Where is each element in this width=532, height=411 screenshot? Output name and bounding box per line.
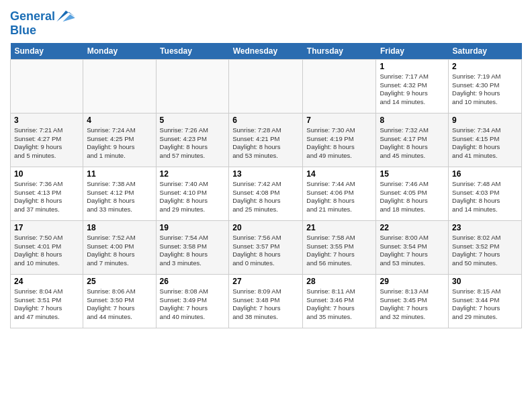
day-cell <box>11 59 83 113</box>
day-cell: 26Sunrise: 8:08 AM Sunset: 3:49 PM Dayli… <box>156 274 229 328</box>
day-number: 6 <box>232 116 299 125</box>
day-info: Sunrise: 7:26 AM Sunset: 4:23 PM Dayligh… <box>160 126 226 161</box>
header-cell-monday: Monday <box>83 43 156 60</box>
day-cell: 22Sunrise: 8:00 AM Sunset: 3:54 PM Dayli… <box>376 220 449 274</box>
day-cell: 7Sunrise: 7:30 AM Sunset: 4:19 PM Daylig… <box>303 113 376 167</box>
day-cell: 5Sunrise: 7:26 AM Sunset: 4:23 PM Daylig… <box>156 113 229 167</box>
day-cell: 12Sunrise: 7:40 AM Sunset: 4:10 PM Dayli… <box>156 167 229 220</box>
day-info: Sunrise: 8:00 AM Sunset: 3:54 PM Dayligh… <box>380 234 445 268</box>
week-row-1: 1Sunrise: 7:17 AM Sunset: 4:32 PM Daylig… <box>11 59 522 113</box>
week-row-5: 24Sunrise: 8:04 AM Sunset: 3:51 PM Dayli… <box>11 274 522 328</box>
day-info: Sunrise: 7:28 AM Sunset: 4:21 PM Dayligh… <box>232 126 299 161</box>
day-cell: 23Sunrise: 8:02 AM Sunset: 3:52 PM Dayli… <box>449 220 522 274</box>
day-number: 20 <box>232 223 299 232</box>
day-info: Sunrise: 7:52 AM Sunset: 4:00 PM Dayligh… <box>87 234 152 268</box>
day-info: Sunrise: 7:44 AM Sunset: 4:06 PM Dayligh… <box>306 180 372 214</box>
day-info: Sunrise: 7:50 AM Sunset: 4:01 PM Dayligh… <box>14 234 79 268</box>
header-cell-thursday: Thursday <box>303 43 376 60</box>
day-info: Sunrise: 8:06 AM Sunset: 3:50 PM Dayligh… <box>87 287 152 322</box>
calendar-table: SundayMondayTuesdayWednesdayThursdayFrid… <box>10 43 522 328</box>
day-cell: 13Sunrise: 7:42 AM Sunset: 4:08 PM Dayli… <box>229 167 303 220</box>
day-info: Sunrise: 7:24 AM Sunset: 4:25 PM Dayligh… <box>87 126 152 161</box>
day-number: 11 <box>87 169 152 179</box>
day-cell: 27Sunrise: 8:09 AM Sunset: 3:48 PM Dayli… <box>229 274 303 328</box>
day-number: 23 <box>452 223 518 232</box>
day-cell: 29Sunrise: 8:13 AM Sunset: 3:45 PM Dayli… <box>376 274 449 328</box>
day-cell: 30Sunrise: 8:15 AM Sunset: 3:44 PM Dayli… <box>449 274 522 328</box>
day-info: Sunrise: 7:32 AM Sunset: 4:17 PM Dayligh… <box>380 126 445 161</box>
day-number: 27 <box>232 277 299 286</box>
day-cell <box>303 59 376 113</box>
day-number: 28 <box>306 277 372 286</box>
day-number: 1 <box>380 62 445 71</box>
day-cell: 2Sunrise: 7:19 AM Sunset: 4:30 PM Daylig… <box>449 59 522 113</box>
day-info: Sunrise: 8:13 AM Sunset: 3:45 PM Dayligh… <box>380 287 445 322</box>
day-number: 30 <box>452 277 518 286</box>
day-number: 17 <box>14 223 79 232</box>
day-cell: 15Sunrise: 7:46 AM Sunset: 4:05 PM Dayli… <box>376 167 449 220</box>
day-number: 13 <box>232 169 299 179</box>
day-number: 24 <box>14 277 79 286</box>
day-cell: 28Sunrise: 8:11 AM Sunset: 3:46 PM Dayli… <box>303 274 376 328</box>
day-cell: 19Sunrise: 7:54 AM Sunset: 3:58 PM Dayli… <box>156 220 229 274</box>
day-number: 21 <box>306 223 372 232</box>
day-info: Sunrise: 7:36 AM Sunset: 4:13 PM Dayligh… <box>14 180 79 214</box>
day-number: 8 <box>380 116 445 125</box>
day-number: 12 <box>160 169 226 179</box>
header-row: SundayMondayTuesdayWednesdayThursdayFrid… <box>11 43 522 60</box>
header-cell-friday: Friday <box>376 43 449 60</box>
logo: General Blue <box>10 9 75 38</box>
day-info: Sunrise: 7:34 AM Sunset: 4:15 PM Dayligh… <box>452 126 518 161</box>
day-info: Sunrise: 8:08 AM Sunset: 3:49 PM Dayligh… <box>160 287 226 322</box>
day-cell: 8Sunrise: 7:32 AM Sunset: 4:17 PM Daylig… <box>376 113 449 167</box>
day-cell: 16Sunrise: 7:48 AM Sunset: 4:03 PM Dayli… <box>449 167 522 220</box>
day-info: Sunrise: 8:11 AM Sunset: 3:46 PM Dayligh… <box>306 287 372 322</box>
day-cell: 4Sunrise: 7:24 AM Sunset: 4:25 PM Daylig… <box>83 113 156 167</box>
week-row-3: 10Sunrise: 7:36 AM Sunset: 4:13 PM Dayli… <box>11 167 522 220</box>
day-info: Sunrise: 7:17 AM Sunset: 4:32 PM Dayligh… <box>380 73 445 107</box>
logo-icon <box>56 9 75 24</box>
day-number: 3 <box>14 116 79 125</box>
day-number: 9 <box>452 116 518 125</box>
day-info: Sunrise: 7:19 AM Sunset: 4:30 PM Dayligh… <box>452 73 518 107</box>
day-cell: 24Sunrise: 8:04 AM Sunset: 3:51 PM Dayli… <box>11 274 83 328</box>
day-info: Sunrise: 7:42 AM Sunset: 4:08 PM Dayligh… <box>232 180 299 214</box>
day-info: Sunrise: 7:40 AM Sunset: 4:10 PM Dayligh… <box>160 180 226 214</box>
day-number: 7 <box>306 116 372 125</box>
day-cell: 9Sunrise: 7:34 AM Sunset: 4:15 PM Daylig… <box>449 113 522 167</box>
day-number: 15 <box>380 169 445 179</box>
day-cell: 18Sunrise: 7:52 AM Sunset: 4:00 PM Dayli… <box>83 220 156 274</box>
day-cell: 3Sunrise: 7:21 AM Sunset: 4:27 PM Daylig… <box>11 113 83 167</box>
day-number: 14 <box>306 169 372 179</box>
logo-text: General <box>10 10 55 24</box>
day-info: Sunrise: 7:30 AM Sunset: 4:19 PM Dayligh… <box>306 126 372 161</box>
day-number: 4 <box>87 116 152 125</box>
day-cell: 11Sunrise: 7:38 AM Sunset: 4:12 PM Dayli… <box>83 167 156 220</box>
header: General Blue <box>10 7 522 38</box>
day-info: Sunrise: 8:09 AM Sunset: 3:48 PM Dayligh… <box>232 287 299 322</box>
day-cell: 21Sunrise: 7:58 AM Sunset: 3:55 PM Dayli… <box>303 220 376 274</box>
day-info: Sunrise: 8:15 AM Sunset: 3:44 PM Dayligh… <box>452 287 518 322</box>
day-info: Sunrise: 7:46 AM Sunset: 4:05 PM Dayligh… <box>380 180 445 214</box>
day-cell: 1Sunrise: 7:17 AM Sunset: 4:32 PM Daylig… <box>376 59 449 113</box>
day-number: 19 <box>160 223 226 232</box>
day-cell: 20Sunrise: 7:56 AM Sunset: 3:57 PM Dayli… <box>229 220 303 274</box>
day-info: Sunrise: 7:58 AM Sunset: 3:55 PM Dayligh… <box>306 234 372 268</box>
header-cell-wednesday: Wednesday <box>229 43 303 60</box>
day-info: Sunrise: 8:02 AM Sunset: 3:52 PM Dayligh… <box>452 234 518 268</box>
day-info: Sunrise: 8:04 AM Sunset: 3:51 PM Dayligh… <box>14 287 79 322</box>
day-cell: 14Sunrise: 7:44 AM Sunset: 4:06 PM Dayli… <box>303 167 376 220</box>
day-cell: 25Sunrise: 8:06 AM Sunset: 3:50 PM Dayli… <box>83 274 156 328</box>
header-cell-tuesday: Tuesday <box>156 43 229 60</box>
day-number: 10 <box>14 169 79 179</box>
day-cell <box>83 59 156 113</box>
day-number: 16 <box>452 169 518 179</box>
day-number: 25 <box>87 277 152 286</box>
week-row-4: 17Sunrise: 7:50 AM Sunset: 4:01 PM Dayli… <box>11 220 522 274</box>
day-cell: 10Sunrise: 7:36 AM Sunset: 4:13 PM Dayli… <box>11 167 83 220</box>
main-container: General Blue SundayMondayTuesdayWednesda… <box>0 0 532 335</box>
header-cell-saturday: Saturday <box>449 43 522 60</box>
header-cell-sunday: Sunday <box>11 43 83 60</box>
day-number: 18 <box>87 223 152 232</box>
day-cell: 17Sunrise: 7:50 AM Sunset: 4:01 PM Dayli… <box>11 220 83 274</box>
